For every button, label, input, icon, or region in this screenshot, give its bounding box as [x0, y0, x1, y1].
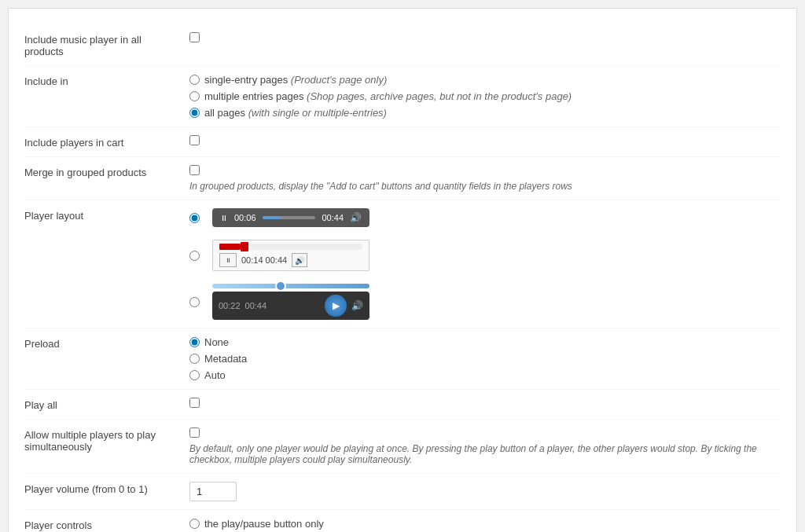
include-in-label: Include in [24, 74, 182, 87]
player-controls-row: Player controls the play/pause button on… [24, 510, 781, 532]
player-preview-3: 00:22 00:44 ▶ 🔊 [212, 284, 369, 320]
player-controls-control: the play/pause button only all controls … [182, 518, 781, 532]
player1-progress [263, 216, 316, 219]
player-preview-1: ⏸ 00:06 00:44 🔊 [212, 208, 369, 227]
include-music-player-checkbox[interactable] [189, 32, 200, 42]
merge-grouped-checkbox[interactable] [189, 165, 200, 175]
preload-row: Preload None Metadata Auto [24, 328, 781, 390]
include-in-multiple-label: multiple entries pages (Shop pages, arch… [204, 90, 572, 102]
player3-time1: 00:22 [219, 301, 241, 310]
controls-play-only-radio[interactable] [189, 519, 200, 529]
preload-metadata-radio[interactable] [189, 354, 200, 364]
player2-fill [219, 244, 241, 250]
allow-multiple-control: By default, only one player would be pla… [182, 427, 781, 465]
include-in-all-label: all pages (with single or multiple-entri… [204, 107, 387, 119]
player-controls-label: Player controls [24, 518, 182, 531]
merge-grouped-row: Merge in grouped products In grouped pro… [24, 157, 781, 200]
merge-grouped-control: In grouped products, display the "Add to… [182, 165, 781, 192]
player3-time2: 00:44 [245, 301, 267, 310]
play-all-control [182, 398, 781, 410]
player3-volume-icon: 🔊 [351, 300, 363, 311]
player-layout-option-1[interactable]: ⏸ 00:06 00:44 🔊 [189, 208, 781, 227]
include-players-cart-row: Include players in cart [24, 127, 781, 157]
player-layout-option-2[interactable]: ⏸ 00:14 00:44 🔊 [189, 240, 781, 271]
player2-pause-btn: ⏸ [219, 253, 237, 267]
player2-controls: ⏸ 00:14 00:44 🔊 [219, 253, 362, 267]
include-in-row: Include in single-entry pages (Product's… [24, 66, 781, 127]
preload-none-radio[interactable] [189, 337, 200, 347]
player3-controls: 00:22 00:44 ▶ 🔊 [212, 292, 369, 320]
include-in-all-radio[interactable] [189, 108, 200, 118]
preload-metadata[interactable]: Metadata [189, 353, 781, 365]
controls-play-only[interactable]: the play/pause button only [189, 518, 781, 530]
preload-none[interactable]: None [189, 336, 781, 348]
player-layout-3-radio[interactable] [189, 297, 200, 307]
settings-panel: Include music player in all products Inc… [8, 8, 797, 532]
preload-control: None Metadata Auto [182, 336, 781, 381]
preload-auto[interactable]: Auto [189, 369, 781, 381]
include-music-player-row: Include music player in all products [24, 24, 781, 66]
include-in-control: single-entry pages (Product's page only)… [182, 74, 781, 119]
controls-play-only-label: the play/pause button only [204, 518, 324, 530]
player3-thumb [275, 281, 286, 292]
player-volume-input[interactable] [189, 482, 237, 501]
merge-grouped-label: Merge in grouped products [24, 165, 182, 178]
include-in-single[interactable]: single-entry pages (Product's page only) [189, 74, 781, 86]
include-players-cart-checkbox[interactable] [189, 135, 200, 145]
preload-label: Preload [24, 336, 182, 350]
include-in-all[interactable]: all pages (with single or multiple-entri… [189, 107, 781, 119]
player-layout-1-radio[interactable] [189, 213, 200, 223]
player1-time2: 00:44 [322, 213, 344, 222]
player1-time1: 00:06 [234, 213, 256, 222]
player-layout-label: Player layout [24, 208, 182, 222]
merge-grouped-helper: In grouped products, display the "Add to… [189, 181, 781, 192]
play-all-checkbox[interactable] [189, 398, 200, 408]
allow-multiple-label: Allow multiple players to play simultane… [24, 427, 182, 453]
preload-auto-label: Auto [204, 369, 226, 381]
play-all-row: Play all [24, 390, 781, 420]
include-in-multiple-radio[interactable] [189, 91, 200, 101]
player-layout-control: ⏸ 00:06 00:44 🔊 [182, 208, 781, 320]
allow-multiple-row: Allow multiple players to play simultane… [24, 420, 781, 474]
allow-multiple-helper: By default, only one player would be pla… [189, 443, 781, 465]
player-layout-2-radio[interactable] [189, 251, 200, 261]
include-in-single-label: single-entry pages (Product's page only) [204, 74, 387, 86]
player2-time: 00:14 00:44 [241, 255, 287, 265]
player2-volume-btn: 🔊 [292, 253, 307, 267]
include-music-player-label: Include music player in all products [24, 32, 182, 57]
player1-pause-icon: ⏸ [220, 214, 228, 222]
player-volume-row: Player volume (from 0 to 1) [24, 474, 781, 510]
preload-auto-radio[interactable] [189, 370, 200, 380]
player1-progress-fill [263, 216, 281, 219]
player2-thumb [241, 242, 248, 251]
allow-multiple-checkbox[interactable] [189, 427, 200, 438]
player-layout-option-3[interactable]: 00:22 00:44 ▶ 🔊 [189, 284, 781, 320]
player-layout-row: Player layout ⏸ 00:06 00:44 🔊 [24, 200, 781, 328]
preload-metadata-label: Metadata [204, 353, 247, 365]
player3-play-btn: ▶ [325, 295, 347, 317]
include-in-single-radio[interactable] [189, 75, 200, 85]
player-preview-2: ⏸ 00:14 00:44 🔊 [212, 240, 369, 271]
player3-progress [212, 284, 369, 288]
include-players-cart-control [182, 135, 781, 148]
include-music-player-control [182, 32, 781, 45]
player2-progress [219, 244, 362, 250]
preload-none-label: None [204, 336, 229, 348]
player1-volume-icon: 🔊 [350, 212, 362, 223]
player-volume-label: Player volume (from 0 to 1) [24, 482, 182, 495]
include-players-cart-label: Include players in cart [24, 135, 182, 149]
play-all-label: Play all [24, 398, 182, 411]
player-volume-control [182, 482, 781, 501]
include-in-multiple[interactable]: multiple entries pages (Shop pages, arch… [189, 90, 781, 102]
